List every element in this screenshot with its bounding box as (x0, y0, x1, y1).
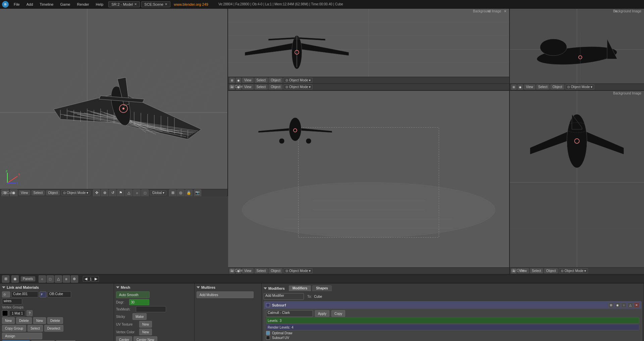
vptc-select[interactable]: Select (255, 84, 268, 89)
catmull-clark-dropdown[interactable]: Catmull - Clark (266, 310, 313, 317)
vptc-view[interactable]: View (242, 84, 254, 89)
mat-select-btn[interactable]: Select (28, 325, 43, 332)
mat-delete-btn[interactable]: Delete (47, 317, 63, 324)
vptc-grid[interactable]: ⊞ (229, 84, 235, 90)
vp-left-grid-icon[interactable]: ⊞ (1, 189, 9, 197)
wires-input[interactable]: wires (2, 298, 22, 304)
vp-left-snap2[interactable]: ◎ (177, 189, 184, 197)
vptc-object2[interactable]: Object (269, 78, 282, 83)
mat-deselect-btn[interactable]: Deselect (44, 325, 63, 332)
bt-grid-icon[interactable]: ⊞ (2, 275, 9, 283)
mat-question-btn[interactable]: ? (26, 310, 33, 316)
vp-left-select-btn[interactable]: Select (32, 190, 45, 195)
add-modifier-dropdown[interactable]: Add Modifier (264, 293, 304, 300)
vp-left-tool1[interactable]: ✜ (93, 189, 100, 197)
vpbc-grid[interactable]: ⊞ (229, 268, 235, 274)
shapes-tab[interactable]: Shapes (312, 285, 332, 291)
bt-panel-btn2[interactable]: □ (47, 275, 54, 283)
vpbc-view2[interactable]: ◉ (236, 268, 241, 274)
vpbr-grid[interactable]: ⊞ (511, 268, 517, 274)
render-levels-slider[interactable]: Render Levels: 4 (266, 324, 639, 330)
mesh-name-input[interactable]: Cube.001 (11, 291, 38, 297)
vptr-view[interactable]: View (524, 84, 535, 89)
vptr-mode[interactable]: ⊙ Object Mode ▾ (565, 84, 594, 89)
vp-left-camera[interactable]: 📷 (194, 189, 201, 197)
vp-left-view-btn[interactable]: View (19, 190, 30, 195)
mesh-triangle[interactable] (116, 286, 119, 288)
scene-tab-close[interactable]: ✕ (165, 2, 167, 6)
subsurf-close[interactable]: ✕ (634, 302, 639, 308)
vc-new-btn[interactable]: New (139, 329, 152, 335)
vptc-mode2[interactable]: ⊙ Object Mode ▾ (283, 78, 313, 83)
vp-left-tool2[interactable]: ⊛ (101, 189, 108, 197)
apply-btn[interactable]: Apply (315, 310, 329, 317)
make-btn[interactable]: Make (132, 313, 147, 320)
vg-delete-btn[interactable]: Delete (16, 317, 32, 324)
assign-btn[interactable]: Assign (2, 333, 42, 339)
vp-left-global-dropdown[interactable]: Global ▾ (150, 190, 166, 195)
vp-left-mode-dropdown[interactable]: ⊙ Object Mode ▾ (61, 190, 90, 195)
vp-left-tool6[interactable]: ○ (133, 189, 141, 197)
vp-left-view-icon[interactable]: ◉ (10, 189, 17, 197)
obj-f-btn[interactable]: F (40, 291, 46, 297)
viewport-bottom-right[interactable]: ⊞ View Select Object ⊙ Object Mode ▾ Bac… (510, 91, 644, 274)
modifiers-triangle[interactable] (264, 287, 267, 289)
obj-name-input[interactable]: OB:Cube (48, 291, 71, 297)
vg-new-btn[interactable]: New (2, 317, 15, 324)
copy-btn[interactable]: Copy (331, 310, 345, 317)
menu-help[interactable]: Help (94, 2, 105, 7)
vpbc-select[interactable]: Select (255, 268, 268, 273)
bt-prev-arrow[interactable]: ◀ (85, 277, 87, 281)
link-materials-triangle[interactable] (2, 286, 5, 288)
center-new-btn[interactable]: Center New (133, 336, 157, 341)
subsurf-icon1[interactable]: ⊞ (608, 302, 614, 308)
vp-left-tool7[interactable]: □ (141, 189, 149, 197)
texmesh-input[interactable] (136, 306, 166, 312)
vpbr-select[interactable]: Select (530, 268, 543, 273)
viewport-left[interactable]: X Z Y ⊞ ◉ View Select Object ⊙ Object Mo… (0, 9, 228, 196)
vp-left-object-btn[interactable]: Object (46, 190, 60, 195)
mat-new-btn[interactable]: New (33, 317, 46, 324)
mesh-icon-btn[interactable]: ⊙ (2, 291, 10, 297)
vp-left-tool3[interactable]: ↺ (109, 189, 116, 197)
bt-mode-icon[interactable]: ◉ (11, 275, 19, 283)
menu-timeline[interactable]: Timeline (38, 2, 55, 7)
vptc-select2[interactable]: Select (255, 78, 268, 83)
modifiers-tab[interactable]: Modifiers (289, 285, 311, 291)
vptc-view2[interactable]: ◉ (236, 84, 241, 90)
vptr-close[interactable]: ✕ (614, 9, 617, 13)
subsurf-icon2[interactable]: ◉ (615, 302, 620, 308)
menu-file[interactable]: File (12, 2, 21, 7)
bt-panel-btn4[interactable]: ≡ (63, 275, 70, 283)
auto-smooth-btn[interactable]: Auto Smooth (116, 291, 150, 298)
viewport-top-right[interactable]: ⊞ ◉ View Select Object ⊙ Object Mode ▾ B… (510, 9, 644, 90)
bt-number-field[interactable]: 1 (88, 277, 94, 281)
blender-link[interactable]: www.blender.org 249 (174, 2, 208, 6)
vptc-mode[interactable]: ⊙ Object Mode ▾ (283, 84, 313, 89)
vptr-view2[interactable]: ◉ (518, 84, 523, 90)
add-multires-btn[interactable]: Add Multires (197, 291, 254, 298)
menu-render[interactable]: Render (75, 2, 91, 7)
bt-panels-btn[interactable]: Panels (21, 276, 35, 281)
vpbc-view[interactable]: View (242, 268, 254, 273)
center-btn[interactable]: Center (116, 336, 132, 341)
vptc-close[interactable]: ✕ (504, 9, 506, 13)
uv-new-btn[interactable]: New (139, 321, 152, 328)
vptc-grid2[interactable]: ⊞ (229, 78, 235, 83)
vpbr-mode[interactable]: ⊙ Object Mode ▾ (559, 268, 588, 273)
subsurf-uv-checkbox[interactable] (266, 336, 270, 340)
viewport-bottom-center[interactable]: ⊞ ◉ View Select Object ⊙ Object Mode ▾ (… (228, 91, 510, 274)
vptr-grid[interactable]: ⊞ (511, 84, 517, 90)
vptc-view3[interactable]: ◉ (236, 78, 241, 83)
optimal-draw-checkbox[interactable] (266, 331, 270, 335)
vpbc-mode[interactable]: ⊙ Object Mode ▾ (283, 268, 313, 273)
menu-add[interactable]: Add (25, 2, 35, 7)
bt-panel-btn1[interactable]: ○ (39, 275, 46, 283)
scene-tab[interactable]: SCE:Scene ✕ (141, 1, 170, 7)
subsurf-toggle[interactable] (266, 303, 270, 307)
file-tab[interactable]: SR:2 - Model ✕ (108, 1, 140, 7)
multires-triangle[interactable] (197, 286, 200, 288)
degr-slider[interactable]: 30 (129, 299, 149, 305)
bt-next-arrow[interactable]: ▶ (95, 277, 97, 281)
copy-group-btn[interactable]: Copy Group (2, 325, 26, 332)
